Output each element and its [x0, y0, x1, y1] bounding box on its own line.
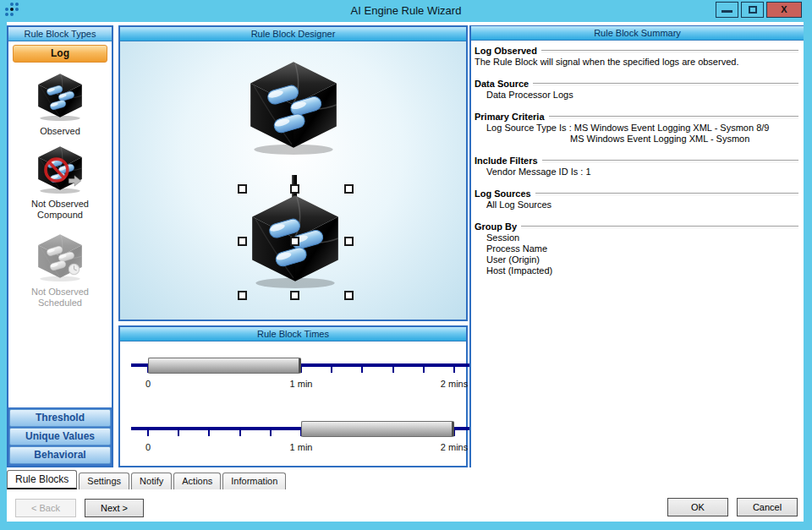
rule-type-not-observed-compound[interactable]: Not Observed Compound — [8, 142, 112, 221]
time-range-handle[interactable] — [148, 358, 301, 374]
tab-information[interactable]: Information — [222, 473, 286, 489]
tick-mark — [361, 367, 363, 373]
dialog-content: Rule Block Types Log Observed Not Observ… — [7, 22, 804, 522]
tab-rule-blocks[interactable]: Rule Blocks — [7, 470, 77, 489]
minimize-button[interactable] — [716, 2, 738, 18]
rule-type-observed[interactable]: Observed — [8, 69, 112, 137]
cube-not-observed-compound-icon — [34, 142, 86, 194]
section-line: User (Origin) — [475, 254, 798, 265]
section-line: The Rule Block will signal when the spec… — [475, 57, 798, 68]
section-line: Process Name — [475, 243, 798, 254]
section-title: Primary Criteria — [475, 112, 545, 122]
tick-label: 0 — [145, 379, 151, 389]
rule-type-group-buttons: Threshold Unique Values Behavioral — [8, 407, 112, 466]
tab-actions[interactable]: Actions — [173, 473, 221, 489]
tab-settings[interactable]: Settings — [79, 473, 129, 489]
selection-handle[interactable] — [344, 237, 354, 246]
tick-label: 1 min — [290, 442, 313, 452]
rule-block-summary-panel: Rule Block Summary Log Observed The Rule… — [469, 25, 804, 467]
selection-handle[interactable] — [238, 184, 247, 194]
selection-handle[interactable] — [238, 237, 247, 246]
behavioral-button[interactable]: Behavioral — [9, 446, 111, 464]
section-line: Data Processor Logs — [475, 90, 798, 101]
tick-mark — [331, 367, 332, 373]
ai-engine-rule-wizard-window: AI Engine Rule Wizard X Rule Block Types… — [0, 0, 812, 530]
summary-section-data-source: Data Source Data Processor Logs — [475, 78, 798, 101]
rule-block-times-panel: Rule Block Times 0 1 min 2 mins 0 1 min … — [118, 325, 468, 467]
selection-handle[interactable] — [344, 184, 354, 194]
section-line: Session — [475, 232, 798, 243]
threshold-button[interactable]: Threshold — [9, 409, 111, 427]
section-title: Log Observed — [475, 46, 537, 56]
tick-mark — [453, 367, 455, 373]
wizard-tabbar: Rule Blocks Settings Notify Actions Info… — [7, 470, 288, 489]
tick-label: 2 mins — [441, 379, 468, 389]
summary-section-log-observed: Log Observed The Rule Block will signal … — [475, 45, 798, 68]
source-cube-icon[interactable] — [242, 53, 345, 156]
unique-values-button[interactable]: Unique Values — [9, 428, 111, 445]
selection-handle[interactable] — [238, 291, 247, 300]
designer-canvas[interactable] — [120, 41, 466, 320]
tick-mark — [239, 430, 241, 436]
tick-mark — [178, 430, 179, 436]
rule-type-label: Not Observed Compound — [8, 199, 112, 221]
log-type-button[interactable]: Log — [13, 45, 107, 63]
rule-type-label: Observed — [8, 126, 112, 137]
window-title: AI Engine Rule Wizard — [0, 4, 812, 17]
tick-mark — [147, 430, 149, 436]
tick-mark — [423, 367, 425, 373]
summary-section-group-by: Group By Session Process Name User (Orig… — [475, 221, 798, 276]
summary-section-primary-criteria: Primary Criteria Log Source Type Is : MS… — [475, 111, 798, 145]
summary-section-include-filters: Include Filters Vendor Message ID Is : 1 — [475, 155, 798, 178]
tick-mark — [392, 367, 394, 373]
cube-not-observed-scheduled-icon — [34, 230, 86, 282]
title-bar: AI Engine Rule Wizard X — [0, 0, 812, 22]
rule-type-not-observed-scheduled: Not Observed Scheduled — [8, 230, 112, 309]
next-button[interactable]: Next > — [85, 499, 144, 517]
selection-handle[interactable] — [344, 291, 354, 300]
section-title: Data Source — [475, 79, 529, 89]
time-slider-2: 0 1 min 2 mins — [140, 416, 463, 458]
section-line: All Log Sources — [475, 199, 798, 210]
time-slider-1: 0 1 min 2 mins — [140, 352, 463, 395]
maximize-icon — [749, 6, 757, 14]
section-line: Vendor Message ID Is : 1 — [475, 167, 798, 178]
selection-handle[interactable] — [290, 291, 299, 300]
rule-type-label: Not Observed Scheduled — [8, 287, 112, 309]
time-range-handle[interactable] — [301, 421, 454, 437]
rule-block-designer-panel: Rule Block Designer — [118, 25, 468, 321]
tick-label: 0 — [145, 442, 151, 452]
rule-block-types-panel: Rule Block Types Log Observed Not Observ… — [7, 25, 113, 467]
section-line: Host (Impacted) — [475, 265, 798, 276]
section-line: MS Windows Event Logging XML - Sysmon — [475, 134, 798, 145]
close-button[interactable]: X — [766, 2, 802, 18]
rule-block-designer-header: Rule Block Designer — [120, 27, 466, 41]
tick-label: 1 min — [290, 379, 313, 389]
selection-handle[interactable] — [290, 184, 299, 194]
section-title: Log Sources — [475, 189, 531, 199]
tab-notify[interactable]: Notify — [131, 473, 172, 489]
minimize-icon — [721, 10, 732, 13]
ok-button[interactable]: OK — [667, 498, 728, 516]
tick-mark — [208, 430, 210, 436]
summary-section-log-sources: Log Sources All Log Sources — [475, 188, 798, 210]
section-title: Include Filters — [475, 156, 538, 166]
rule-block-types-header: Rule Block Types — [8, 27, 112, 41]
maximize-button[interactable] — [741, 2, 764, 18]
rule-block-summary-header: Rule Block Summary — [471, 26, 804, 41]
section-title: Group By — [475, 221, 517, 232]
selection-handle[interactable] — [290, 237, 299, 246]
cube-observed-icon — [34, 69, 86, 122]
section-line: Log Source Type Is : MS Windows Event Lo… — [475, 123, 798, 134]
back-button: < Back — [15, 499, 76, 517]
cancel-button[interactable]: Cancel — [737, 498, 798, 516]
rule-block-times-header: Rule Block Times — [120, 327, 466, 341]
tick-mark — [270, 430, 272, 436]
tick-label: 2 mins — [441, 442, 468, 452]
